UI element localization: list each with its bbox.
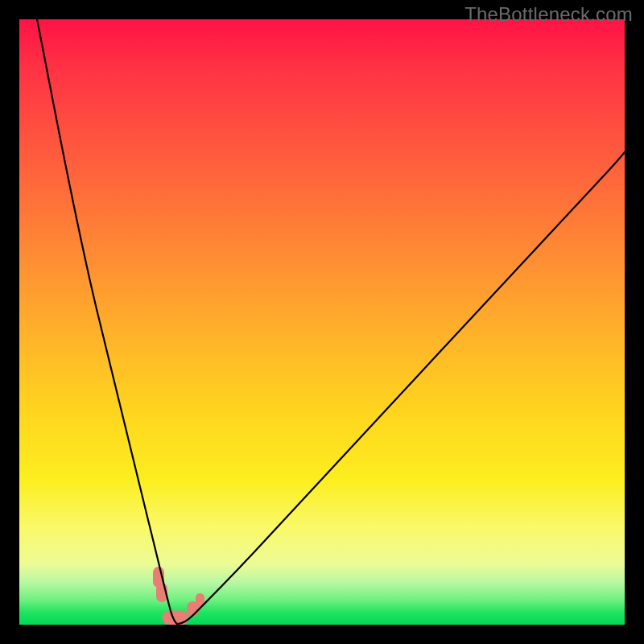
watermark-text: TheBottleneck.com — [464, 3, 633, 26]
marker-group — [153, 567, 204, 625]
curve-right-branch — [177, 152, 625, 624]
chart-frame: TheBottleneck.com — [0, 0, 644, 644]
curve-left-branch — [37, 19, 177, 624]
chart-plot-area — [19, 19, 625, 625]
curve-svg — [19, 19, 625, 625]
